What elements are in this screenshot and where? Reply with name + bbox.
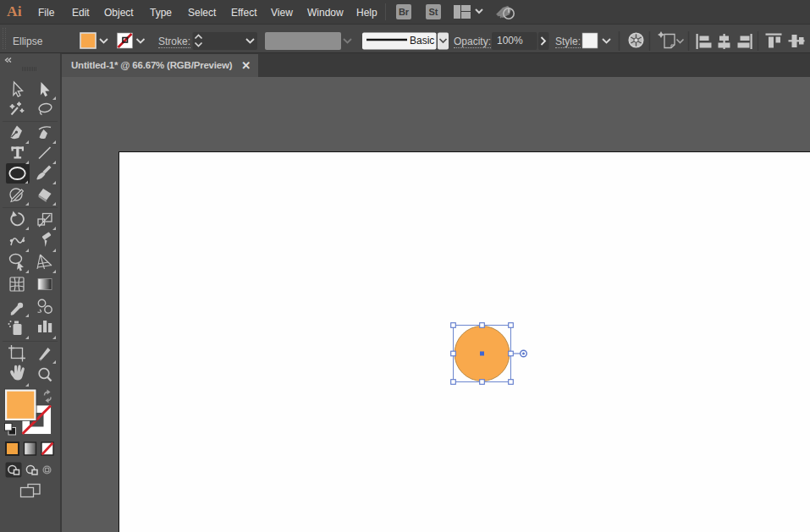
svg-text:100%: 100% [497,35,523,47]
svg-text:Basic: Basic [410,35,434,47]
